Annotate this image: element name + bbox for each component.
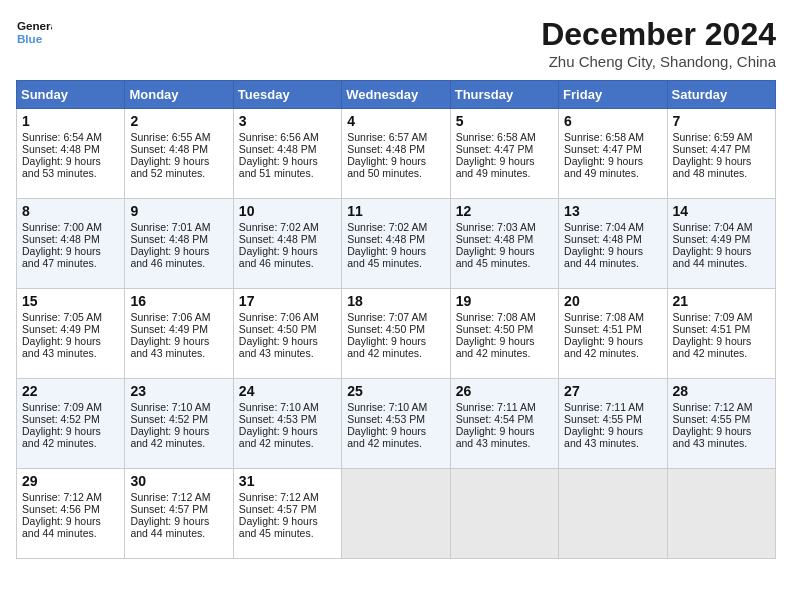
calendar-cell: 17 Sunrise: 7:06 AM Sunset: 4:50 PM Dayl… — [233, 289, 341, 379]
sunset-label: Sunset: 4:57 PM — [239, 503, 317, 515]
sunrise-label: Sunrise: 7:02 AM — [347, 221, 427, 233]
daylight-label: Daylight: 9 hours and 53 minutes. — [22, 155, 101, 179]
sub-title: Zhu Cheng City, Shandong, China — [541, 53, 776, 70]
sunset-label: Sunset: 4:47 PM — [673, 143, 751, 155]
svg-text:Blue: Blue — [17, 32, 43, 45]
sunset-label: Sunset: 4:50 PM — [239, 323, 317, 335]
sunset-label: Sunset: 4:48 PM — [239, 233, 317, 245]
sunset-label: Sunset: 4:52 PM — [22, 413, 100, 425]
sunset-label: Sunset: 4:48 PM — [130, 233, 208, 245]
day-number: 4 — [347, 113, 444, 129]
sunrise-label: Sunrise: 6:58 AM — [456, 131, 536, 143]
calendar-cell: 27 Sunrise: 7:11 AM Sunset: 4:55 PM Dayl… — [559, 379, 667, 469]
sunrise-label: Sunrise: 7:07 AM — [347, 311, 427, 323]
day-header-sunday: Sunday — [17, 81, 125, 109]
day-number: 7 — [673, 113, 770, 129]
sunrise-label: Sunrise: 7:10 AM — [347, 401, 427, 413]
daylight-label: Daylight: 9 hours and 45 minutes. — [239, 515, 318, 539]
calendar-cell: 11 Sunrise: 7:02 AM Sunset: 4:48 PM Dayl… — [342, 199, 450, 289]
sunrise-label: Sunrise: 7:08 AM — [456, 311, 536, 323]
calendar-cell — [342, 469, 450, 559]
day-number: 2 — [130, 113, 227, 129]
sunrise-label: Sunrise: 6:54 AM — [22, 131, 102, 143]
sunrise-label: Sunrise: 7:05 AM — [22, 311, 102, 323]
day-number: 28 — [673, 383, 770, 399]
sunset-label: Sunset: 4:55 PM — [564, 413, 642, 425]
day-number: 24 — [239, 383, 336, 399]
sunset-label: Sunset: 4:54 PM — [456, 413, 534, 425]
calendar-cell — [667, 469, 775, 559]
calendar-week-2: 8 Sunrise: 7:00 AM Sunset: 4:48 PM Dayli… — [17, 199, 776, 289]
sunrise-label: Sunrise: 6:57 AM — [347, 131, 427, 143]
calendar-cell: 2 Sunrise: 6:55 AM Sunset: 4:48 PM Dayli… — [125, 109, 233, 199]
calendar-cell: 10 Sunrise: 7:02 AM Sunset: 4:48 PM Dayl… — [233, 199, 341, 289]
day-number: 22 — [22, 383, 119, 399]
day-number: 8 — [22, 203, 119, 219]
daylight-label: Daylight: 9 hours and 43 minutes. — [239, 335, 318, 359]
sunrise-label: Sunrise: 6:59 AM — [673, 131, 753, 143]
daylight-label: Daylight: 9 hours and 42 minutes. — [130, 425, 209, 449]
daylight-label: Daylight: 9 hours and 43 minutes. — [564, 425, 643, 449]
sunrise-label: Sunrise: 7:12 AM — [673, 401, 753, 413]
sunrise-label: Sunrise: 7:09 AM — [673, 311, 753, 323]
day-header-friday: Friday — [559, 81, 667, 109]
day-number: 25 — [347, 383, 444, 399]
day-number: 27 — [564, 383, 661, 399]
calendar-cell: 3 Sunrise: 6:56 AM Sunset: 4:48 PM Dayli… — [233, 109, 341, 199]
header: General Blue General Blue December 2024 … — [16, 16, 776, 70]
calendar-cell: 8 Sunrise: 7:00 AM Sunset: 4:48 PM Dayli… — [17, 199, 125, 289]
calendar-cell: 26 Sunrise: 7:11 AM Sunset: 4:54 PM Dayl… — [450, 379, 558, 469]
sunset-label: Sunset: 4:52 PM — [130, 413, 208, 425]
day-number: 1 — [22, 113, 119, 129]
calendar-cell: 4 Sunrise: 6:57 AM Sunset: 4:48 PM Dayli… — [342, 109, 450, 199]
day-number: 30 — [130, 473, 227, 489]
day-number: 19 — [456, 293, 553, 309]
sunset-label: Sunset: 4:51 PM — [564, 323, 642, 335]
calendar-week-5: 29 Sunrise: 7:12 AM Sunset: 4:56 PM Dayl… — [17, 469, 776, 559]
day-number: 5 — [456, 113, 553, 129]
calendar-cell: 22 Sunrise: 7:09 AM Sunset: 4:52 PM Dayl… — [17, 379, 125, 469]
sunset-label: Sunset: 4:49 PM — [22, 323, 100, 335]
sunset-label: Sunset: 4:48 PM — [22, 233, 100, 245]
calendar-cell: 5 Sunrise: 6:58 AM Sunset: 4:47 PM Dayli… — [450, 109, 558, 199]
sunrise-label: Sunrise: 7:11 AM — [456, 401, 536, 413]
sunrise-label: Sunrise: 7:00 AM — [22, 221, 102, 233]
calendar-week-1: 1 Sunrise: 6:54 AM Sunset: 4:48 PM Dayli… — [17, 109, 776, 199]
calendar-cell: 15 Sunrise: 7:05 AM Sunset: 4:49 PM Dayl… — [17, 289, 125, 379]
calendar-cell — [559, 469, 667, 559]
title-area: December 2024 Zhu Cheng City, Shandong, … — [541, 16, 776, 70]
daylight-label: Daylight: 9 hours and 42 minutes. — [456, 335, 535, 359]
day-number: 14 — [673, 203, 770, 219]
day-number: 26 — [456, 383, 553, 399]
calendar-cell: 25 Sunrise: 7:10 AM Sunset: 4:53 PM Dayl… — [342, 379, 450, 469]
sunrise-label: Sunrise: 7:04 AM — [564, 221, 644, 233]
calendar-cell: 12 Sunrise: 7:03 AM Sunset: 4:48 PM Dayl… — [450, 199, 558, 289]
sunrise-label: Sunrise: 7:10 AM — [130, 401, 210, 413]
calendar-cell: 1 Sunrise: 6:54 AM Sunset: 4:48 PM Dayli… — [17, 109, 125, 199]
sunset-label: Sunset: 4:48 PM — [239, 143, 317, 155]
calendar-cell: 7 Sunrise: 6:59 AM Sunset: 4:47 PM Dayli… — [667, 109, 775, 199]
calendar-cell: 30 Sunrise: 7:12 AM Sunset: 4:57 PM Dayl… — [125, 469, 233, 559]
day-header-tuesday: Tuesday — [233, 81, 341, 109]
day-number: 3 — [239, 113, 336, 129]
sunset-label: Sunset: 4:56 PM — [22, 503, 100, 515]
daylight-label: Daylight: 9 hours and 52 minutes. — [130, 155, 209, 179]
sunset-label: Sunset: 4:50 PM — [347, 323, 425, 335]
daylight-label: Daylight: 9 hours and 43 minutes. — [130, 335, 209, 359]
logo-icon: General Blue — [16, 16, 52, 52]
day-number: 15 — [22, 293, 119, 309]
sunset-label: Sunset: 4:47 PM — [564, 143, 642, 155]
calendar-cell: 28 Sunrise: 7:12 AM Sunset: 4:55 PM Dayl… — [667, 379, 775, 469]
day-number: 20 — [564, 293, 661, 309]
day-number: 6 — [564, 113, 661, 129]
sunset-label: Sunset: 4:48 PM — [347, 233, 425, 245]
sunset-label: Sunset: 4:53 PM — [239, 413, 317, 425]
daylight-label: Daylight: 9 hours and 46 minutes. — [239, 245, 318, 269]
sunrise-label: Sunrise: 6:58 AM — [564, 131, 644, 143]
daylight-label: Daylight: 9 hours and 50 minutes. — [347, 155, 426, 179]
calendar-cell: 21 Sunrise: 7:09 AM Sunset: 4:51 PM Dayl… — [667, 289, 775, 379]
daylight-label: Daylight: 9 hours and 44 minutes. — [564, 245, 643, 269]
calendar-cell: 13 Sunrise: 7:04 AM Sunset: 4:48 PM Dayl… — [559, 199, 667, 289]
daylight-label: Daylight: 9 hours and 44 minutes. — [130, 515, 209, 539]
day-number: 29 — [22, 473, 119, 489]
